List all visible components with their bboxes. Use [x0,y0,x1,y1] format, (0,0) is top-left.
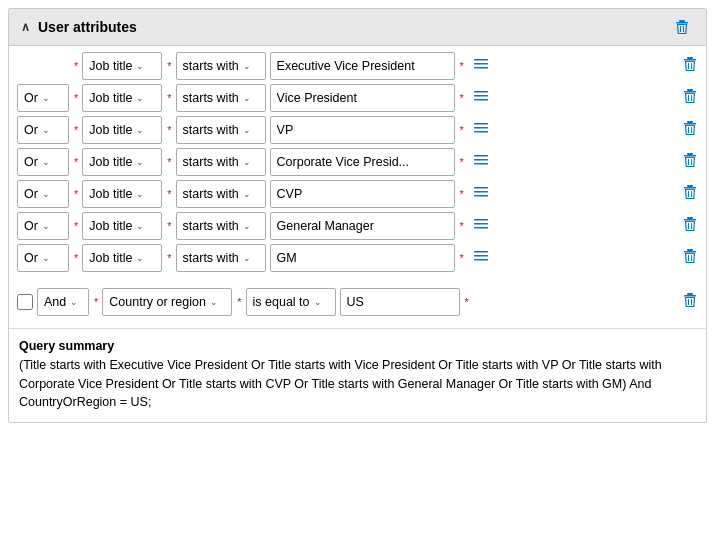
user-attributes-panel: ∧ User attributes * Job title ⌄ * starts… [8,8,707,423]
or-label: Or [24,187,38,201]
field-select[interactable]: Job title ⌄ [82,180,162,208]
svg-rect-43 [684,219,696,221]
condition-select[interactable]: starts with ⌄ [176,212,266,240]
list-icon-button[interactable] [468,213,494,239]
condition-select[interactable]: starts with ⌄ [176,52,266,80]
svg-rect-22 [684,123,696,125]
value-input[interactable] [340,288,460,316]
value-input[interactable] [270,212,455,240]
condition-required-star: * [167,92,171,104]
field-required-star: * [74,124,78,136]
list-icon-button[interactable] [468,117,494,143]
list-icon-button[interactable] [468,53,494,79]
row-delete-button[interactable] [682,184,698,204]
row-delete-button[interactable] [682,152,698,172]
condition-select[interactable]: starts with ⌄ [176,244,266,272]
value-required-star: * [460,220,464,232]
field-select[interactable]: Job title ⌄ [82,212,162,240]
svg-rect-50 [684,251,696,253]
field-required-star: * [74,60,78,72]
field-select[interactable]: Job title ⌄ [82,52,162,80]
or-select[interactable]: Or ⌄ [17,212,69,240]
svg-rect-36 [684,187,696,189]
field-required-star: * [74,92,78,104]
value-required-star: * [460,188,464,200]
svg-rect-27 [474,163,488,165]
delete-section-button[interactable] [670,17,694,37]
row-delete-button[interactable] [682,56,698,76]
or-select[interactable]: Or ⌄ [17,244,69,272]
svg-rect-7 [687,57,693,59]
or-select[interactable]: Or ⌄ [17,84,69,112]
and-checkbox[interactable] [17,294,33,310]
field-caret: ⌄ [136,221,144,231]
condition-required-star: * [167,220,171,232]
or-select[interactable]: Or ⌄ [17,148,69,176]
and-row-delete-button[interactable] [682,292,698,312]
condition-caret: ⌄ [314,297,322,307]
trash-icon [682,216,698,232]
svg-rect-19 [474,127,488,129]
and-row: And ⌄ * Country or region ⌄ * is equal t… [17,284,698,320]
svg-rect-42 [687,217,693,219]
value-input[interactable] [270,116,455,144]
value-required-star: * [460,92,464,104]
filter-row: Or ⌄ * Job title ⌄ * starts with ⌄ * [17,84,698,112]
condition-caret: ⌄ [243,61,251,71]
svg-rect-1 [676,22,688,24]
trash-icon [682,292,698,308]
condition-label: starts with [183,91,239,105]
row-delete-button[interactable] [682,88,698,108]
collapse-icon[interactable]: ∧ [21,20,30,34]
value-input[interactable] [270,180,455,208]
value-input[interactable] [270,84,455,112]
condition-required-star: * [167,188,171,200]
row-delete-button[interactable] [682,248,698,268]
field-select[interactable]: Job title ⌄ [82,148,162,176]
field-label: Job title [89,219,132,233]
section-header: ∧ User attributes [9,9,706,46]
value-input[interactable] [270,244,455,272]
field-label: Job title [89,123,132,137]
condition-select[interactable]: starts with ⌄ [176,84,266,112]
list-icon [472,151,490,169]
condition-caret: ⌄ [243,189,251,199]
condition-select[interactable]: starts with ⌄ [176,116,266,144]
or-caret: ⌄ [42,189,50,199]
row-delete-button[interactable] [682,120,698,140]
or-select[interactable]: Or ⌄ [17,180,69,208]
trash-icon [682,88,698,104]
field-select[interactable]: Job title ⌄ [82,244,162,272]
list-icon [472,55,490,73]
trash-icon [682,56,698,72]
svg-rect-48 [474,259,488,261]
value-required-star: * [465,296,469,308]
filter-row: Or ⌄ * Job title ⌄ * starts with ⌄ * [17,244,698,272]
row-delete-button[interactable] [682,216,698,236]
value-required-star: * [460,124,464,136]
filter-row: Or ⌄ * Job title ⌄ * starts with ⌄ * [17,148,698,176]
svg-rect-35 [687,185,693,187]
field-select[interactable]: Job title ⌄ [82,84,162,112]
condition-required-star: * [167,60,171,72]
condition-select[interactable]: starts with ⌄ [176,180,266,208]
list-icon-button[interactable] [468,85,494,111]
or-select[interactable]: Or ⌄ [17,116,69,144]
connector-select[interactable]: And ⌄ [37,288,89,316]
condition-label: starts with [183,219,239,233]
list-icon-button[interactable] [468,181,494,207]
condition-select[interactable]: is equal to ⌄ [246,288,336,316]
value-input[interactable] [270,148,455,176]
condition-required-star: * [167,124,171,136]
value-input[interactable] [270,52,455,80]
svg-rect-53 [687,293,693,295]
svg-rect-14 [687,89,693,91]
list-icon [472,215,490,233]
svg-rect-47 [474,255,488,257]
field-select[interactable]: Job title ⌄ [82,116,162,144]
list-icon-button[interactable] [468,149,494,175]
or-caret: ⌄ [42,253,50,263]
list-icon-button[interactable] [468,245,494,271]
field-select[interactable]: Country or region ⌄ [102,288,232,316]
condition-select[interactable]: starts with ⌄ [176,148,266,176]
